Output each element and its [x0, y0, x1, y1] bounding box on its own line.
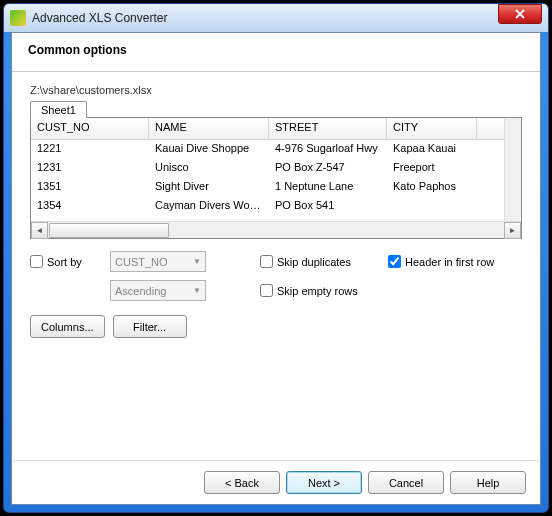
page-header: Common options	[12, 33, 540, 72]
horizontal-scrollbar[interactable]: ◄ ►	[31, 221, 521, 238]
cell	[387, 197, 477, 216]
table-row[interactable]: 1351 Sight Diver 1 Neptune Lane Kato Pap…	[31, 178, 504, 197]
chevron-down-icon: ▼	[193, 257, 201, 266]
cell: Kapaa Kauai	[387, 140, 477, 159]
column-header-city[interactable]: CITY	[387, 118, 477, 139]
scroll-left-button[interactable]: ◄	[31, 222, 48, 239]
table-row[interactable]: 1354 Cayman Divers Worl... PO Box 541	[31, 197, 504, 216]
cell: 4-976 Sugarloaf Hwy	[269, 140, 387, 159]
sort-order-combo[interactable]: Ascending ▼	[110, 280, 206, 301]
app-icon	[10, 10, 26, 26]
cell: 1 Neptune Lane	[269, 178, 387, 197]
tab-sheet1[interactable]: Sheet1	[30, 101, 87, 118]
cell: 1351	[31, 178, 149, 197]
skip-duplicates-checkbox[interactable]: Skip duplicates	[260, 255, 388, 268]
table-row[interactable]: 1231 Unisco PO Box Z-547 Freeport	[31, 159, 504, 178]
app-window: Advanced XLS Converter Common options Z:…	[3, 3, 549, 513]
next-button[interactable]: Next >	[286, 471, 362, 494]
chevron-down-icon: ▼	[193, 286, 201, 295]
back-button[interactable]: < Back	[204, 471, 280, 494]
scroll-right-button[interactable]: ►	[504, 222, 521, 239]
skip-empty-rows-checkbox[interactable]: Skip empty rows	[260, 284, 358, 297]
skip-duplicates-label: Skip duplicates	[277, 256, 351, 268]
cancel-button[interactable]: Cancel	[368, 471, 444, 494]
help-button[interactable]: Help	[450, 471, 526, 494]
columns-button[interactable]: Columns...	[30, 315, 105, 338]
file-path-label: Z:\vshare\customers.xlsx	[30, 84, 522, 96]
titlebar[interactable]: Advanced XLS Converter	[4, 4, 548, 32]
skip-duplicates-input[interactable]	[260, 255, 273, 268]
data-grid[interactable]: CUST_NO NAME STREET CITY 1221 Kauai Dive…	[30, 117, 522, 239]
filter-button[interactable]: Filter...	[113, 315, 187, 338]
scroll-thumb[interactable]	[49, 223, 169, 238]
sort-by-input[interactable]	[30, 255, 43, 268]
table-row[interactable]: 1221 Kauai Dive Shoppe 4-976 Sugarloaf H…	[31, 140, 504, 159]
sort-field-value: CUST_NO	[115, 256, 168, 268]
header-first-row-input[interactable]	[388, 255, 401, 268]
column-header-custno[interactable]: CUST_NO	[31, 118, 149, 139]
sort-by-label: Sort by	[47, 256, 82, 268]
window-title: Advanced XLS Converter	[32, 11, 498, 25]
sheet-tabstrip: Sheet1	[30, 100, 522, 117]
cell: Unisco	[149, 159, 269, 178]
client-area: Common options Z:\vshare\customers.xlsx …	[11, 32, 541, 505]
sort-field-combo[interactable]: CUST_NO ▼	[110, 251, 206, 272]
close-icon	[515, 9, 525, 19]
grid-body: 1221 Kauai Dive Shoppe 4-976 Sugarloaf H…	[31, 140, 504, 221]
cell: PO Box 541	[269, 197, 387, 216]
wizard-footer: < Back Next > Cancel Help	[12, 460, 540, 504]
vertical-scrollbar[interactable]	[504, 118, 521, 221]
page-title: Common options	[28, 43, 524, 57]
cell: Kato Paphos	[387, 178, 477, 197]
skip-empty-rows-input[interactable]	[260, 284, 273, 297]
scroll-track[interactable]	[48, 222, 504, 239]
skip-empty-rows-label: Skip empty rows	[277, 285, 358, 297]
cell: 1221	[31, 140, 149, 159]
cell: Sight Diver	[149, 178, 269, 197]
header-first-row-checkbox[interactable]: Header in first row	[388, 255, 494, 268]
column-header-name[interactable]: NAME	[149, 118, 269, 139]
cell: Freeport	[387, 159, 477, 178]
sort-order-value: Ascending	[115, 285, 166, 297]
column-header-street[interactable]: STREET	[269, 118, 387, 139]
cell: Kauai Dive Shoppe	[149, 140, 269, 159]
cell: PO Box Z-547	[269, 159, 387, 178]
sort-by-checkbox[interactable]: Sort by	[30, 255, 110, 268]
body-section: Z:\vshare\customers.xlsx Sheet1 CUST_NO …	[12, 72, 540, 460]
cell: 1231	[31, 159, 149, 178]
grid-header-row: CUST_NO NAME STREET CITY	[31, 118, 504, 140]
cell: 1354	[31, 197, 149, 216]
header-first-row-label: Header in first row	[405, 256, 494, 268]
cell: Cayman Divers Worl...	[149, 197, 269, 216]
close-button[interactable]	[498, 4, 542, 24]
